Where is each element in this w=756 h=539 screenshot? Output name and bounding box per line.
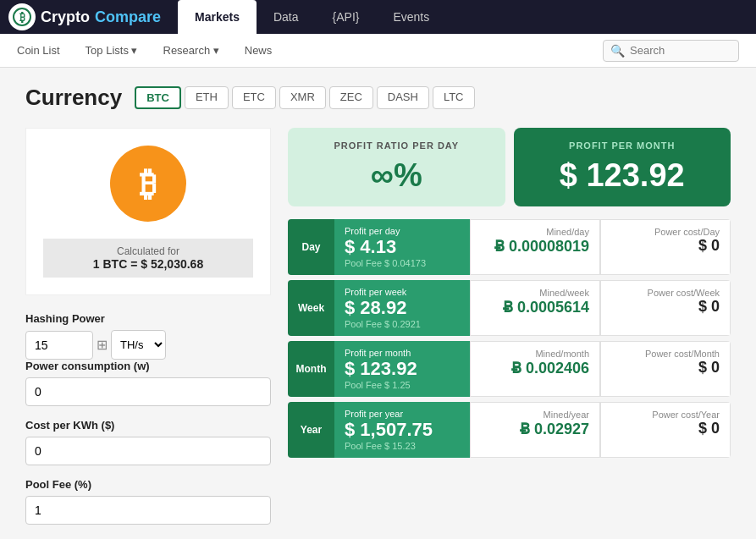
hashing-power-label: Hashing Power: [25, 312, 271, 325]
power-cost-value: $ 0: [611, 359, 720, 377]
nav-api[interactable]: {API}: [316, 0, 377, 34]
coin-icon-box: ₿ Calculated for 1 BTC = $ 52,030.68: [25, 128, 271, 295]
calc-info: Calculated for 1 BTC = $ 52,030.68: [43, 239, 253, 278]
power-cost-value: $ 0: [611, 420, 720, 437]
sec-nav-top-lists[interactable]: Top Lists ▾: [86, 34, 138, 68]
logo-icon: ₿: [8, 3, 36, 30]
profit-value: $ 28.92: [345, 297, 460, 319]
profit-label: Profit per day: [345, 226, 460, 236]
stats-row-year: Year Profit per year $ 1,507.75 Pool Fee…: [288, 402, 731, 458]
power-cost-value: $ 0: [611, 237, 720, 255]
hashing-power-row: ⊞ TH/s GH/s MH/s: [25, 330, 271, 360]
tab-ltc[interactable]: LTC: [433, 86, 475, 109]
power-cost-label: Power cost/Week: [611, 288, 720, 298]
stats-rows: Day Profit per day $ 4.13 Pool Fee $ 0.0…: [288, 219, 731, 458]
tab-eth[interactable]: ETH: [185, 86, 229, 109]
power-cost-month: Power cost/Month $ 0: [600, 341, 731, 397]
tab-zec[interactable]: ZEC: [329, 86, 373, 109]
profit-week: Profit per week $ 28.92 Pool Fee $ 0.292…: [334, 280, 470, 336]
tab-btc[interactable]: BTC: [135, 86, 181, 109]
mined-value: Ƀ 0.00008019: [481, 237, 589, 256]
top-nav-links: Markets Data {API} Events: [178, 0, 446, 34]
stats-row-day: Day Profit per day $ 4.13 Pool Fee $ 0.0…: [288, 219, 731, 275]
power-cost-week: Power cost/Week $ 0: [600, 280, 731, 336]
currency-tabs: BTC ETH ETC XMR ZEC DASH LTC: [135, 86, 474, 109]
mined-label: Mined/day: [481, 227, 589, 237]
pool-fee-label: Pool Fee (%): [25, 478, 271, 491]
profit-month-label: PROFIT PER MONTH: [569, 140, 675, 151]
profit-month-card: PROFIT PER MONTH $ 123.92: [514, 128, 731, 206]
pool-fee-input[interactable]: [25, 496, 271, 525]
search-box[interactable]: 🔍: [603, 40, 739, 62]
mined-month: Mined/month Ƀ 0.002406: [470, 341, 600, 397]
tab-dash[interactable]: DASH: [377, 86, 429, 109]
search-input[interactable]: [630, 44, 731, 57]
power-input[interactable]: [25, 377, 271, 406]
calc-label: Calculated for: [50, 245, 246, 257]
mined-value: Ƀ 0.0005614: [481, 298, 589, 316]
logo[interactable]: ₿ CryptoCompare: [8, 3, 161, 30]
stats-row-week: Week Profit per week $ 28.92 Pool Fee $ …: [288, 280, 731, 336]
power-cost-label: Power cost/Day: [611, 227, 720, 237]
profit-label: Profit per week: [345, 287, 460, 297]
hashing-unit-icon: ⊞: [97, 337, 108, 353]
sec-nav-coin-list[interactable]: Coin List: [17, 34, 60, 68]
period-label-day: Day: [288, 219, 334, 275]
mined-week: Mined/week Ƀ 0.0005614: [470, 280, 600, 336]
power-cost-value: $ 0: [611, 298, 720, 316]
profit-label: Profit per year: [345, 409, 460, 419]
calc-value: 1 BTC = $ 52,030.68: [50, 257, 246, 271]
power-cost-year: Power cost/Year $ 0: [600, 402, 731, 458]
profit-day: Profit per day $ 4.13 Pool Fee $ 0.04173: [334, 219, 470, 275]
search-icon: 🔍: [610, 44, 625, 58]
pool-fee-group: Pool Fee (%): [25, 478, 271, 525]
power-cost-label: Power cost/Year: [611, 410, 720, 420]
pool-fee-info: Pool Fee $ 1.25: [345, 380, 460, 390]
mined-label: Mined/week: [481, 288, 589, 298]
sec-nav-news[interactable]: News: [245, 34, 273, 68]
content-area: ₿ Calculated for 1 BTC = $ 52,030.68 Has…: [25, 128, 731, 537]
right-panel: PROFIT RATIO PER DAY ∞% PROFIT PER MONTH…: [288, 128, 731, 537]
form-section: Hashing Power ⊞ TH/s GH/s MH/s Power con…: [25, 312, 271, 525]
pool-fee-info: Pool Fee $ 0.04173: [345, 258, 460, 268]
profit-value: $ 4.13: [345, 236, 460, 258]
power-label: Power consumption (w): [25, 360, 271, 372]
tab-xmr[interactable]: XMR: [279, 86, 326, 109]
hashing-unit-select[interactable]: TH/s GH/s MH/s: [111, 330, 166, 360]
stats-row-month: Month Profit per month $ 123.92 Pool Fee…: [288, 341, 731, 397]
mined-day: Mined/day Ƀ 0.00008019: [470, 219, 600, 275]
currency-header: Currency BTC ETH ETC XMR ZEC DASH LTC: [25, 85, 731, 111]
pool-fee-info: Pool Fee $ 15.23: [345, 441, 460, 451]
profit-label: Profit per month: [345, 348, 460, 358]
cost-input[interactable]: [25, 437, 271, 465]
profit-ratio-value: ∞%: [371, 157, 422, 194]
sec-nav-research[interactable]: Research ▾: [163, 34, 219, 68]
power-cost-label: Power cost/Month: [611, 349, 720, 359]
cost-kwh-group: Cost per KWh ($): [25, 419, 271, 465]
mined-value: Ƀ 0.002406: [481, 359, 589, 377]
top-navigation: ₿ CryptoCompare Markets Data {API} Event…: [0, 0, 756, 34]
main-content: Currency BTC ETH ETC XMR ZEC DASH LTC ₿ …: [0, 68, 756, 539]
mined-value: Ƀ 0.02927: [481, 420, 589, 438]
pool-fee-info: Pool Fee $ 0.2921: [345, 319, 460, 329]
nav-events[interactable]: Events: [376, 0, 446, 34]
power-consumption-group: Power consumption (w): [25, 360, 271, 406]
period-label-week: Week: [288, 280, 334, 336]
page-title: Currency: [25, 85, 122, 111]
hashing-power-input[interactable]: [25, 331, 93, 360]
profit-value: $ 1,507.75: [345, 419, 460, 441]
nav-data[interactable]: Data: [257, 0, 316, 34]
logo-text-compare: Compare: [95, 8, 161, 26]
profit-value: $ 123.92: [345, 358, 460, 380]
nav-markets[interactable]: Markets: [178, 0, 257, 34]
period-label-year: Year: [288, 402, 334, 458]
mined-year: Mined/year Ƀ 0.02927: [470, 402, 600, 458]
tab-etc[interactable]: ETC: [232, 86, 276, 109]
left-panel: ₿ Calculated for 1 BTC = $ 52,030.68 Has…: [25, 128, 271, 537]
svg-text:₿: ₿: [19, 11, 25, 24]
profit-year: Profit per year $ 1,507.75 Pool Fee $ 15…: [334, 402, 470, 458]
cost-label: Cost per KWh ($): [25, 419, 271, 432]
mined-label: Mined/month: [481, 349, 589, 359]
logo-text-crypto: Crypto: [41, 8, 90, 26]
period-label-month: Month: [288, 341, 334, 397]
